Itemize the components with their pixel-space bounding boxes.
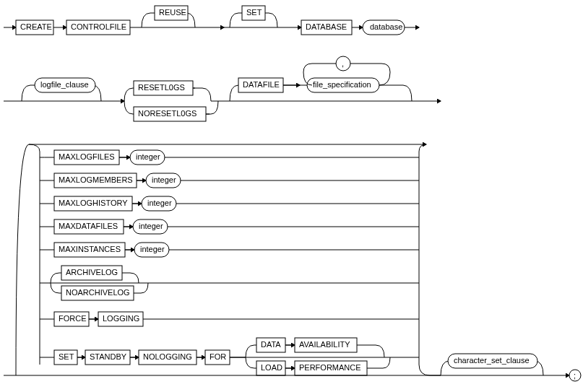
datafile-label: DATAFILE	[243, 80, 280, 89]
comma-label: ,	[342, 59, 344, 68]
maxlogmembers-label: MAXLOGMEMBERS	[59, 175, 133, 184]
set-label: SET	[246, 8, 262, 17]
integer-label-5: integer	[140, 245, 165, 253]
noresetlogs-label: NORESETL0GS	[138, 109, 197, 118]
resetlogs-label: RESETL0GS	[138, 83, 185, 92]
maxloghistory-label: MAXLOGHISTORY	[59, 199, 128, 207]
set-label2: SET	[59, 352, 74, 361]
nologging-label: NOLOGGING	[143, 352, 192, 361]
archivelog-label: ARCHIVELOG	[66, 268, 118, 276]
database-label: DATABASE	[306, 22, 347, 31]
logging-label: LOGGING	[103, 314, 139, 323]
force-label: FORCE	[59, 314, 87, 323]
standby-label: STANDBY	[90, 352, 127, 361]
integer-label-4: integer	[139, 222, 163, 230]
row2: logfile_clause RESETL0GS NORESETL0GS DAT…	[4, 56, 441, 121]
semicolon-label: ;	[574, 371, 576, 380]
controlfile-label: CONTROLFILE	[71, 22, 126, 31]
character-set-clause-label: character_set_clause	[454, 356, 530, 365]
integer-label-3: integer	[147, 199, 172, 207]
row1: CREATE CONTROLFILE REUSE SET DATABASE da…	[4, 6, 419, 35]
integer-label-2: integer	[152, 175, 176, 184]
for-label: FOR	[210, 352, 226, 361]
availability-label: AVAILABILITY	[299, 340, 350, 349]
maxinstances-label: MAXINSTANCES	[59, 245, 121, 253]
options-block: MAXLOGFILES integer MAXLOGMEMBERS intege…	[4, 144, 441, 375]
file-specification-label: file_specification	[313, 80, 371, 89]
database-term-label: database	[370, 22, 402, 31]
noarchivelog-label: NOARCHIVELOG	[66, 288, 130, 297]
load-label: LOAD	[261, 363, 282, 372]
performance-label: PERFORMANCE	[299, 363, 361, 372]
logfile-clause-label: logfile_clause	[40, 80, 89, 89]
maxdatafiles-label: MAXDATAFILES	[59, 222, 118, 230]
maxlogfiles-label: MAXLOGFILES	[59, 152, 115, 161]
integer-label-1: integer	[136, 152, 160, 161]
reuse-label: REUSE	[159, 8, 186, 17]
create-label: CREATE	[20, 22, 52, 31]
tail: character_set_clause ;	[430, 354, 581, 381]
data-label: DATA	[261, 340, 281, 349]
